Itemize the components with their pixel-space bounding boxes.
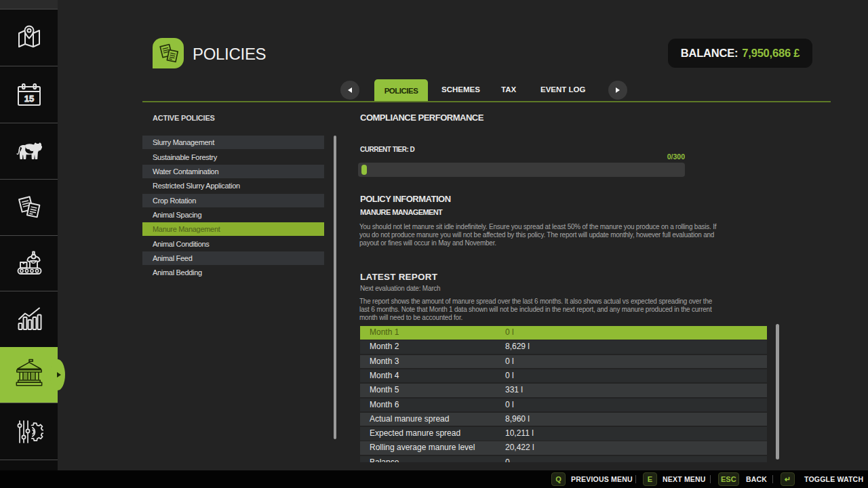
svg-text:15: 15 (24, 94, 33, 104)
